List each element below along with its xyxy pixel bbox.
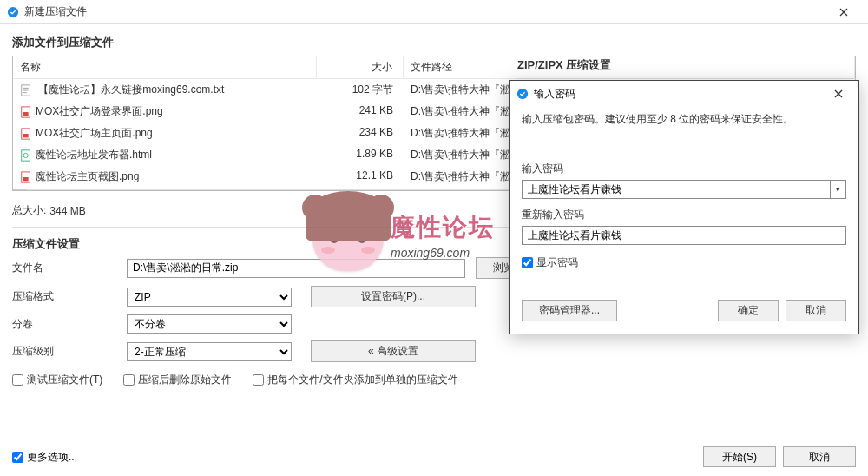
titlebar: 新建压缩文件	[0, 0, 868, 24]
password-input-2[interactable]	[522, 226, 846, 245]
total-label: 总大小:	[12, 203, 46, 218]
format-label: 压缩格式	[12, 289, 116, 304]
cancel-button[interactable]: 取消	[783, 446, 856, 467]
file-name: 【魔性论坛】永久链接moxing69.com.txt	[36, 83, 224, 96]
zip-settings-title: ZIP/ZIPX 压缩设置	[517, 57, 856, 73]
password-label-1: 输入密码	[522, 162, 846, 176]
password-titlebar: 输入密码	[510, 81, 858, 107]
password-dropdown-button[interactable]: ▾	[830, 180, 846, 199]
separate-archives-checkbox[interactable]: 把每个文件/文件夹添加到单独的压缩文件	[253, 373, 457, 387]
app-icon	[7, 6, 19, 18]
close-icon	[834, 89, 843, 98]
png-icon	[20, 128, 32, 140]
password-label-2: 重新输入密码	[522, 208, 846, 222]
show-password-checkbox[interactable]: 显示密码	[522, 255, 846, 270]
filename-input[interactable]	[127, 259, 465, 278]
svg-rect-3	[23, 112, 29, 116]
split-label: 分卷	[12, 317, 116, 332]
svg-rect-6	[22, 150, 30, 161]
password-manager-button[interactable]: 密码管理器...	[522, 300, 617, 321]
password-dialog-title: 输入密码	[534, 87, 575, 102]
password-hint: 输入压缩包密码。建议使用至少 8 位的密码来保证安全性。	[522, 112, 846, 127]
file-size: 241 KB	[317, 102, 404, 121]
ok-button[interactable]: 确定	[718, 300, 779, 321]
scroll-left-icon[interactable]: ◀	[13, 189, 27, 192]
close-button[interactable]	[826, 0, 861, 24]
advanced-button[interactable]: « 高级设置	[311, 340, 476, 362]
password-buttons: 密码管理器... 确定 取消	[522, 300, 846, 321]
password-input-1[interactable]	[522, 180, 830, 199]
app-icon	[516, 88, 529, 100]
scroll-thumb[interactable]	[28, 190, 352, 192]
txt-icon	[20, 84, 32, 96]
divider	[517, 78, 856, 79]
split-select[interactable]: 不分卷	[127, 314, 292, 334]
password-dialog: 输入密码 输入压缩包密码。建议使用至少 8 位的密码来保证安全性。 输入密码 ▾…	[509, 80, 859, 334]
format-select[interactable]: ZIP	[127, 288, 292, 307]
delete-source-checkbox[interactable]: 压缩后删除原始文件	[123, 373, 232, 387]
png-icon	[20, 171, 32, 183]
level-select[interactable]: 2-正常压缩	[127, 342, 292, 361]
divider	[12, 400, 856, 400]
html-icon	[20, 149, 32, 162]
bottom-bar: 更多选项... 开始(S) 取消	[12, 446, 868, 467]
set-password-button[interactable]: 设置密码(P)...	[311, 286, 476, 307]
password-cancel-button[interactable]: 取消	[786, 300, 846, 321]
password-body: 输入压缩包密码。建议使用至少 8 位的密码来保证安全性。 输入密码 ▾ 重新输入…	[510, 107, 858, 334]
password-close-button[interactable]	[825, 86, 852, 102]
svg-rect-9	[23, 177, 29, 181]
section-add-files: 添加文件到压缩文件	[12, 35, 856, 50]
col-header-name[interactable]: 名称	[13, 56, 317, 78]
start-button[interactable]: 开始(S)	[703, 446, 776, 467]
options-row: 测试压缩文件(T) 压缩后删除原始文件 把每个文件/文件夹添加到单独的压缩文件	[12, 373, 856, 387]
close-icon	[839, 8, 848, 17]
png-icon	[20, 106, 32, 118]
file-size: 234 KB	[317, 124, 404, 142]
total-value: 344 MB	[49, 205, 85, 217]
titlebar-title: 新建压缩文件	[7, 4, 87, 19]
file-size: 1.89 KB	[317, 146, 404, 164]
file-size: 12.1 KB	[317, 168, 404, 186]
svg-rect-5	[23, 134, 29, 137]
filename-label: 文件名	[12, 261, 116, 275]
file-name: MOX社交广场主页面.png	[36, 127, 153, 139]
level-label: 压缩级别	[12, 344, 116, 359]
col-header-size[interactable]: 大小	[317, 56, 404, 78]
file-name: 魔性论坛地址发布器.html	[36, 149, 152, 161]
test-archive-checkbox[interactable]: 测试压缩文件(T)	[12, 373, 102, 387]
window-title: 新建压缩文件	[24, 4, 87, 19]
more-options-checkbox[interactable]: 更多选项...	[12, 450, 77, 465]
file-name: MOX社交广场登录界面.png	[36, 105, 163, 117]
chevron-down-icon: ▾	[836, 185, 840, 194]
file-size: 102 字节	[317, 81, 404, 99]
file-name: 魔性论坛主页截图.png	[36, 170, 139, 182]
